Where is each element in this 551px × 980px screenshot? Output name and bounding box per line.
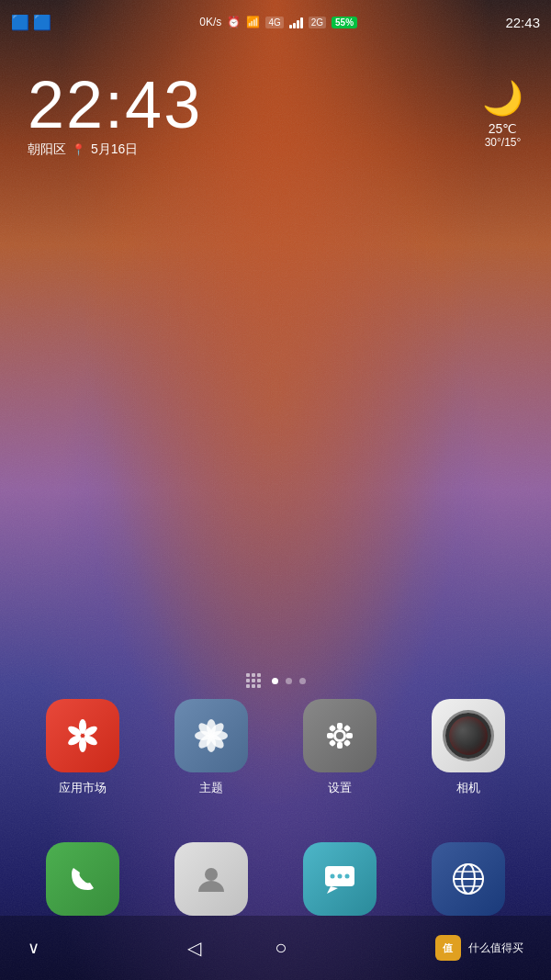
status-right: 22:43 [505, 15, 540, 30]
svg-point-29 [345, 874, 350, 879]
browser-svg [448, 859, 489, 899]
svg-point-28 [338, 874, 343, 879]
home-icon: ○ [275, 936, 287, 960]
back-icon: ◁ [187, 937, 201, 959]
bottom-dock [0, 842, 551, 916]
clock-date-area: 朝阳区 📍 5月16日 [28, 141, 202, 158]
app-icon-market [46, 699, 119, 772]
svg-point-24 [205, 868, 218, 881]
app-icon-camera [432, 699, 505, 772]
page-dot-3[interactable] [299, 678, 306, 684]
clock-date: 5月16日 [91, 141, 138, 158]
svg-marker-26 [327, 886, 338, 894]
down-arrow-icon: ∨ [28, 938, 39, 958]
signal-bars [289, 16, 303, 28]
huawei-logo-svg [62, 715, 103, 756]
svg-rect-23 [343, 739, 351, 747]
status-bar: 🟦 🟦 0K/s ⏰ 📶 4G 2G 55% 22:43 [0, 0, 551, 44]
nav-bar: ∨ ◁ ○ 值 什么值得买 [0, 916, 551, 980]
clock-widget: 22:43 朝阳区 📍 5月16日 🌙 25℃ 30°/15° [0, 53, 551, 158]
clock-time: 22:43 [28, 72, 202, 138]
svg-rect-21 [343, 725, 351, 732]
clock-left: 22:43 朝阳区 📍 5月16日 [28, 72, 202, 158]
alarm-icon: ⏰ [227, 16, 241, 28]
temp-range: 30°/15° [482, 136, 523, 149]
svg-rect-20 [329, 725, 336, 732]
nav-home-button[interactable]: ○ [275, 936, 287, 960]
nav-brand-group[interactable]: 值 什么值得买 [435, 935, 523, 961]
app-item-camera[interactable]: 相机 [432, 699, 505, 796]
nav-down-arrow[interactable]: ∨ [28, 938, 39, 958]
settings-gear-svg [320, 715, 360, 756]
location-pin-icon: 📍 [72, 143, 85, 156]
notification-icon-1: 🟦 [11, 14, 29, 31]
svg-point-15 [336, 732, 343, 739]
brand-icon-label: 值 [443, 941, 453, 955]
app-label-camera: 相机 [456, 780, 480, 796]
app-icon-browser [432, 842, 505, 916]
app-icon-contacts [174, 842, 248, 916]
app-item-market[interactable]: 应用市场 [46, 699, 119, 796]
page-dot-1[interactable] [272, 678, 278, 684]
notification-icon-2: 🟦 [33, 14, 51, 31]
contacts-svg [193, 861, 230, 897]
apps-grid-indicator [246, 673, 261, 688]
brand-logo: 值 [435, 935, 461, 961]
nav-back-button[interactable]: ◁ [187, 937, 201, 959]
app-icon-phone [46, 842, 119, 916]
messages-svg [320, 859, 360, 899]
moon-icon: 🌙 [482, 79, 523, 118]
clock-time-status: 22:43 [505, 15, 540, 30]
app-icon-messages [303, 842, 377, 916]
dock-row [18, 842, 533, 916]
svg-rect-22 [329, 739, 336, 747]
weather-widget: 🌙 25℃ 30°/15° [482, 79, 523, 149]
app-icon-theme [174, 699, 248, 772]
camera-lens [445, 713, 491, 759]
signal-4g: 4G [265, 17, 283, 28]
nav-center-group: ◁ ○ [187, 936, 287, 960]
temp-current: 25℃ [482, 121, 523, 136]
signal-2g: 2G [309, 17, 326, 28]
app-item-settings[interactable]: 设置 [303, 699, 377, 796]
status-left: 🟦 🟦 [11, 14, 51, 31]
svg-rect-19 [346, 733, 353, 738]
app-row-1: 应用市场 主题 [18, 699, 533, 796]
phone-svg [64, 861, 101, 897]
svg-rect-18 [327, 733, 333, 738]
app-item-phone[interactable] [46, 842, 119, 916]
app-label-theme: 主题 [199, 780, 223, 796]
app-item-messages[interactable] [303, 842, 377, 916]
speed-indicator: 0K/s [199, 16, 221, 28]
apps-section: 应用市场 主题 [0, 699, 551, 796]
app-label-settings: 设置 [328, 780, 352, 796]
app-item-browser[interactable] [432, 842, 505, 916]
page-dot-2[interactable] [286, 678, 292, 684]
app-label-market: 应用市场 [59, 780, 107, 796]
clock-location: 朝阳区 [28, 141, 66, 158]
page-indicators [0, 673, 551, 688]
svg-point-27 [331, 874, 335, 879]
app-item-theme[interactable]: 主题 [174, 699, 248, 796]
app-icon-settings [303, 699, 377, 772]
brand-text: 什么值得买 [468, 941, 523, 956]
theme-flower-svg [191, 715, 231, 756]
battery-percent: 55% [332, 16, 357, 28]
wifi-icon: 📶 [246, 16, 260, 28]
status-center: 0K/s ⏰ 📶 4G 2G 55% [199, 16, 357, 28]
app-item-contacts[interactable] [174, 842, 248, 916]
svg-rect-16 [337, 723, 343, 729]
svg-rect-17 [337, 742, 343, 749]
